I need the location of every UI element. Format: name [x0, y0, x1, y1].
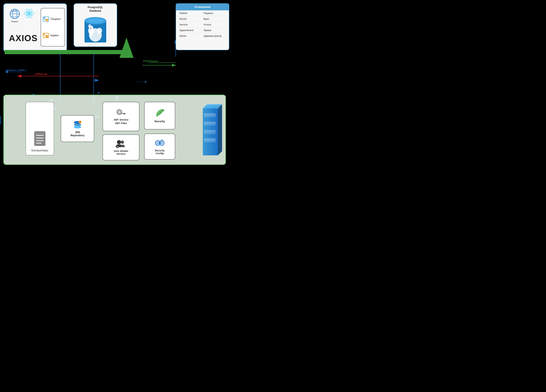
svg-point-86 — [161, 142, 163, 144]
relations-row: AppointmentПрием — [176, 27, 229, 33]
relation-ru: Прием — [200, 27, 229, 33]
svg-rect-97 — [204, 113, 215, 116]
users-icon — [116, 140, 126, 149]
uds-box: User DetailsService — [103, 135, 139, 160]
postgres-title: PostgreSQLDatabase — [88, 6, 103, 13]
server-icon-svg — [0, 115, 1, 129]
security-config-label: SecurityConfig — [155, 149, 165, 155]
controllers-box: Контроллеры — [26, 102, 54, 155]
postgres-cylinder-icon — [82, 14, 109, 44]
react-icon-svg — [24, 8, 34, 19]
svg-text:⚙: ⚙ — [46, 19, 48, 21]
react-section — [23, 8, 35, 19]
client-section: Клиент — [9, 9, 20, 23]
layers-icon: + — [73, 120, 82, 130]
top-left-box: Клиент AXIOS — [3, 3, 67, 52]
postgres-area: PostgreSQLDatabase — [74, 3, 117, 47]
admin-page-item: ⚙ Админ — [43, 33, 63, 38]
svg-point-72 — [118, 111, 120, 113]
server-label: Сервер — [0, 130, 3, 133]
relation-ru: Врач — [200, 16, 229, 22]
svg-text:+: + — [79, 121, 80, 123]
server-section: Сервер — [0, 115, 3, 133]
relations-table: PatientПациентDoctorВрачServiceУслугаApp… — [176, 10, 229, 39]
jwt-service-label: JWT Service — [113, 118, 128, 121]
svg-point-82 — [163, 110, 164, 111]
patient-page-icon: ⚙ — [43, 16, 49, 22]
relations-row: ServiceУслуга — [176, 22, 229, 27]
svg-point-53 — [97, 28, 102, 34]
relations-row: AdminАдминистратор — [176, 33, 229, 39]
pages-box: ⚙ Пациент ⚙ Админ — [41, 8, 65, 46]
svg-rect-99 — [204, 130, 215, 133]
axios-label: AXIOS — [9, 33, 38, 43]
svg-rect-43 — [44, 34, 45, 35]
error-label: ERROR 403 — [35, 73, 47, 75]
svg-text:⚙: ⚙ — [161, 140, 162, 141]
svg-point-77 — [121, 141, 124, 144]
svg-point-67 — [74, 123, 81, 126]
relation-en: Service — [176, 22, 200, 27]
response-label: Response { JSON } — [6, 69, 26, 71]
document-icon — [33, 131, 46, 149]
svg-rect-56 — [0, 116, 0, 124]
spring-server-section — [201, 98, 223, 159]
svg-point-50 — [87, 18, 104, 23]
svg-point-84 — [157, 142, 159, 144]
relation-ru: Услуга — [200, 22, 229, 27]
patient-page-label: Пациент — [50, 18, 61, 20]
relation-ru: Администратор — [200, 33, 229, 39]
security-config-box: ⚙ SecurityConfig — [144, 134, 175, 160]
svg-marker-92 — [218, 104, 222, 155]
relation-ru: Пациент — [200, 10, 229, 16]
security-label: Security — [155, 120, 165, 123]
svg-point-31 — [28, 12, 30, 15]
admin-page-label: Админ — [50, 34, 58, 37]
globe-icon — [10, 9, 20, 19]
key-icon — [116, 108, 126, 118]
jpa-label: JPARepository — [71, 131, 84, 137]
server-cylinder-icon — [201, 98, 223, 159]
relations-header: Отношения — [176, 4, 229, 10]
security-box: Security — [144, 102, 175, 129]
svg-point-71 — [117, 110, 122, 114]
diagram-container: Клиент AXIOS — [0, 0, 234, 168]
green-bar — [5, 50, 127, 54]
http-request-label: HTTP Request — [143, 60, 158, 62]
svg-rect-100 — [204, 138, 215, 141]
relation-en: Patient — [176, 10, 200, 16]
spring-leaf-icon — [155, 109, 165, 119]
jwt-filter-label: JWT Filter — [115, 122, 127, 125]
svg-point-55 — [90, 28, 91, 29]
admin-page-icon: ⚙ — [43, 33, 49, 38]
svg-rect-98 — [204, 122, 215, 125]
relation-en: Doctor — [176, 16, 200, 22]
jpa-box: + JPARepository — [61, 115, 94, 142]
relations-box: Отношения PatientПациентDoctorВрачServic… — [176, 3, 229, 50]
patient-page-item: ⚙ Пациент — [43, 16, 63, 22]
svg-rect-60 — [34, 131, 45, 146]
relations-row: PatientПациент — [176, 10, 229, 16]
relation-en: Appointment — [176, 27, 200, 33]
svg-point-76 — [117, 140, 121, 144]
relations-row: DoctorВрач — [176, 16, 229, 22]
jwt-box: JWT Service JWT Filter — [103, 102, 139, 131]
bottom-server-box: Сервер Контроллеры + — [3, 95, 226, 165]
chain-icon: ⚙ — [155, 138, 165, 148]
svg-point-68 — [74, 126, 81, 129]
client-label: Клиент — [9, 20, 20, 23]
uds-label: User DetailsService — [114, 149, 128, 155]
relation-en: Admin — [176, 33, 200, 39]
controllers-label: Контроллеры — [32, 149, 48, 152]
svg-text:⚙: ⚙ — [46, 36, 48, 38]
